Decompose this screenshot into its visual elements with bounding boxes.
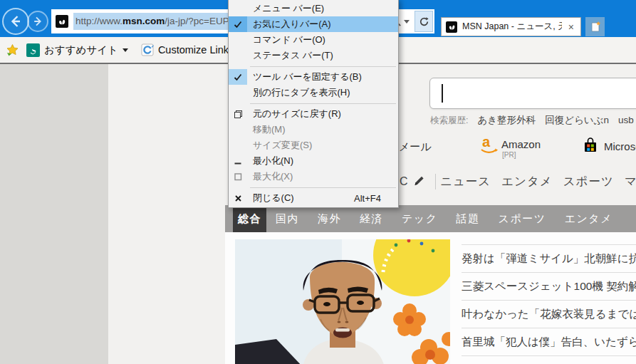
menu-item-menu-bar[interactable]: メニュー バー(E) — [229, 1, 398, 16]
svg-text:a: a — [482, 134, 491, 150]
suggested-sites-caret-icon[interactable] — [122, 48, 128, 52]
news-tab-wadai[interactable]: 話題 — [447, 205, 489, 232]
search-input[interactable] — [429, 78, 636, 109]
menu-item-move: 移動(M) — [229, 122, 398, 137]
headline-item[interactable]: 三菱スペースジェット100機 契約解消 — [462, 272, 636, 300]
weather-temp-suffix: C — [400, 175, 408, 188]
headline-item-partial[interactable]: 首里城再建へ支援広がる — [462, 355, 636, 364]
microsoft-store-icon — [583, 137, 598, 156]
menu-item-command-bar[interactable]: コマンド バー(O) — [229, 32, 398, 48]
menu-item-favorites-bar[interactable]: お気に入りバー(A) — [229, 16, 398, 32]
nav-link-news[interactable]: ニュース — [440, 174, 491, 189]
text-caret — [442, 84, 443, 103]
news-tab-keizai[interactable]: 経済 — [350, 205, 392, 232]
page-side-margin — [0, 64, 108, 364]
news-photo[interactable] — [235, 239, 450, 364]
menu-item-size: サイズ変更(S) — [229, 137, 398, 153]
amazon-link[interactable]: a Amazon [PR] — [479, 134, 543, 162]
news-tab-kokunai[interactable]: 国内 — [266, 205, 308, 232]
news-tab-entame[interactable]: エンタメ — [556, 205, 622, 232]
history-item[interactable]: あき整形外科 — [477, 114, 536, 127]
search-dropdown-caret-icon[interactable] — [404, 20, 410, 24]
maximize-icon — [229, 169, 247, 184]
history-item[interactable]: usb — [618, 115, 634, 125]
new-tab-icon — [589, 21, 602, 33]
search-history-label: 検索履歴: — [430, 115, 468, 127]
forward-button[interactable] — [27, 11, 48, 32]
mail-link[interactable]: メール — [399, 140, 432, 154]
weather-widget: C — [400, 174, 436, 189]
top-navigation: ニュース エンタメ スポーツ マネー — [440, 174, 636, 189]
menu-separator — [229, 63, 398, 69]
pr-badge: [PR] — [502, 151, 516, 159]
favorites-item-customize-links[interactable]: Customize Links — [158, 44, 234, 56]
menu-item-lock-toolbars[interactable]: ツール バーを固定する(B) — [229, 69, 398, 85]
microsoft-store-link[interactable]: Microsoft — [583, 137, 636, 156]
tab-close-button[interactable]: × — [562, 21, 580, 33]
news-tab-kaigai[interactable]: 海外 — [308, 205, 350, 232]
nav-link-money[interactable]: マネー — [625, 174, 636, 189]
menu-separator — [229, 100, 398, 106]
browser-tab[interactable]: MSN Japan - ニュース, 天気, ... × — [441, 17, 581, 36]
refresh-icon — [419, 16, 429, 27]
headline-item[interactable]: 発射は「弾道ミサイル」北朝鮮に抗議 — [462, 244, 636, 272]
check-icon — [229, 69, 247, 85]
menu-shortcut: Alt+F4 — [354, 193, 381, 204]
amazon-logo-icon: a — [479, 134, 499, 158]
news-tab-tech[interactable]: テック — [392, 205, 447, 232]
restore-icon — [229, 106, 247, 122]
close-icon — [229, 190, 247, 206]
browser-window: http://www.msn.com/ja-jp/?pc=EUPP_UE0 MS… — [0, 0, 636, 364]
menu-item-restore[interactable]: 元のサイズに戻す(R) — [229, 106, 398, 122]
tab-favicon-icon — [446, 21, 457, 33]
tab-title: MSN Japan - ニュース, 天気, ... — [462, 21, 562, 33]
nav-link-sports[interactable]: スポーツ — [563, 174, 614, 189]
menu-separator — [229, 184, 398, 190]
refresh-button[interactable] — [415, 11, 433, 32]
microsoft-label: Microsoft — [604, 140, 636, 152]
forward-arrow-icon — [32, 16, 43, 27]
menu-item-status-bar[interactable]: ステータス バー(T) — [229, 48, 398, 63]
minimize-icon — [229, 153, 247, 169]
context-menu: メニュー バー(E) お気に入りバー(A) コマンド バー(O) ステータス バ… — [228, 0, 399, 208]
menu-item-close[interactable]: 閉じる(C) Alt+F4 — [229, 190, 398, 206]
news-tab-sogo[interactable]: 総合 — [233, 205, 266, 232]
back-button[interactable] — [2, 8, 29, 35]
divider — [435, 174, 436, 189]
ie-icon — [141, 43, 154, 56]
back-arrow-icon — [9, 14, 23, 28]
search-history: 検索履歴: あき整形外科 回復どらいぶn usb — [430, 114, 634, 127]
headline-item[interactable]: 叶わなかった「花嫁衣装見るまでは」 — [462, 300, 636, 328]
news-category-tabs: 総合 国内 海外 経済 テック 話題 スポーツ エンタメ — [225, 205, 636, 232]
menu-item-tabs-on-separate-row[interactable]: 別の行にタブを表示(H) — [229, 85, 398, 100]
bing-icon[interactable] — [26, 43, 40, 57]
favorites-item-suggested-sites[interactable]: おすすめサイト — [44, 43, 118, 57]
menu-item-maximize: 最大化(X) — [229, 169, 398, 184]
check-icon — [229, 16, 247, 32]
menu-item-minimize[interactable]: 最小化(N) — [229, 153, 398, 169]
news-tab-sports[interactable]: スポーツ — [489, 205, 556, 232]
pencil-icon[interactable] — [413, 175, 425, 189]
history-item[interactable]: 回復どらいぶn — [545, 114, 609, 127]
nav-link-entertainment[interactable]: エンタメ — [501, 174, 553, 189]
msn-favicon — [56, 15, 68, 28]
headline-list: 発射は「弾道ミサイル」北朝鮮に抗議 三菱スペースジェット100機 契約解消 叶わ… — [462, 239, 636, 364]
new-tab-button[interactable] — [585, 17, 605, 36]
favorites-star-icon[interactable] — [6, 43, 19, 57]
amazon-label: Amazon — [501, 138, 541, 150]
headline-item[interactable]: 首里城「犯人は僕」告白、いたずらか — [462, 328, 636, 355]
